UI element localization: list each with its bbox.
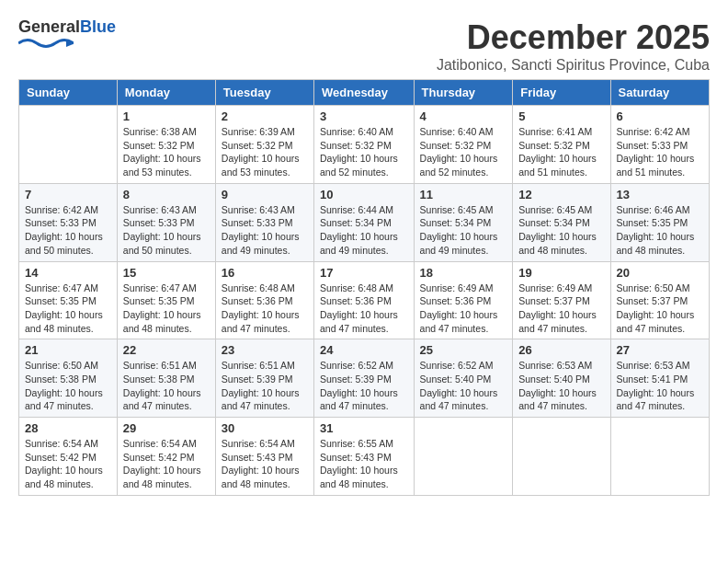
day-number: 23 xyxy=(222,343,308,357)
day-number: 18 xyxy=(420,266,507,280)
calendar-week-row: 14Sunrise: 6:47 AM Sunset: 5:35 PM Dayli… xyxy=(19,261,710,339)
day-number: 12 xyxy=(518,188,604,201)
day-number: 8 xyxy=(123,188,210,201)
day-info: Sunrise: 6:49 AM Sunset: 5:37 PM Dayligh… xyxy=(518,282,604,336)
calendar-cell: 6Sunrise: 6:42 AM Sunset: 5:33 PM Daylig… xyxy=(610,106,709,184)
logo-general: General xyxy=(18,17,80,36)
day-info: Sunrise: 6:46 AM Sunset: 5:35 PM Dayligh… xyxy=(617,203,703,258)
calendar-week-row: 21Sunrise: 6:50 AM Sunset: 5:38 PM Dayli… xyxy=(19,339,710,418)
day-info: Sunrise: 6:51 AM Sunset: 5:38 PM Dayligh… xyxy=(123,359,210,413)
calendar-cell: 27Sunrise: 6:53 AM Sunset: 5:41 PM Dayli… xyxy=(610,339,709,418)
day-number: 27 xyxy=(617,343,703,357)
calendar-cell: 1Sunrise: 6:38 AM Sunset: 5:32 PM Daylig… xyxy=(117,106,215,184)
calendar-cell: 11Sunrise: 6:45 AM Sunset: 5:34 PM Dayli… xyxy=(414,183,513,261)
calendar-week-row: 28Sunrise: 6:54 AM Sunset: 5:42 PM Dayli… xyxy=(19,418,710,496)
day-info: Sunrise: 6:51 AM Sunset: 5:39 PM Dayligh… xyxy=(222,359,308,413)
logo-wave-icon xyxy=(18,37,74,50)
weekday-header: Monday xyxy=(117,80,215,106)
day-info: Sunrise: 6:42 AM Sunset: 5:33 PM Dayligh… xyxy=(25,203,111,258)
calendar-cell: 18Sunrise: 6:49 AM Sunset: 5:36 PM Dayli… xyxy=(414,261,513,339)
day-number: 16 xyxy=(222,266,308,280)
calendar-table: SundayMondayTuesdayWednesdayThursdayFrid… xyxy=(18,79,710,496)
day-number: 29 xyxy=(123,421,210,435)
day-info: Sunrise: 6:54 AM Sunset: 5:42 PM Dayligh… xyxy=(25,437,111,491)
calendar-cell: 29Sunrise: 6:54 AM Sunset: 5:42 PM Dayli… xyxy=(117,418,215,496)
day-number: 2 xyxy=(222,109,308,123)
calendar-cell: 7Sunrise: 6:42 AM Sunset: 5:33 PM Daylig… xyxy=(19,183,118,261)
calendar-cell: 21Sunrise: 6:50 AM Sunset: 5:38 PM Dayli… xyxy=(19,339,118,418)
day-info: Sunrise: 6:47 AM Sunset: 5:35 PM Dayligh… xyxy=(123,282,210,336)
calendar-cell: 10Sunrise: 6:44 AM Sunset: 5:34 PM Dayli… xyxy=(314,183,415,261)
calendar-cell: 25Sunrise: 6:52 AM Sunset: 5:40 PM Dayli… xyxy=(414,339,513,418)
weekday-header: Saturday xyxy=(610,80,709,106)
calendar-cell: 8Sunrise: 6:43 AM Sunset: 5:33 PM Daylig… xyxy=(117,183,215,261)
calendar-cell: 28Sunrise: 6:54 AM Sunset: 5:42 PM Dayli… xyxy=(19,418,118,496)
day-number: 14 xyxy=(25,266,111,280)
day-info: Sunrise: 6:54 AM Sunset: 5:42 PM Dayligh… xyxy=(123,437,210,491)
day-info: Sunrise: 6:54 AM Sunset: 5:43 PM Dayligh… xyxy=(222,437,308,491)
calendar-cell xyxy=(513,418,610,496)
calendar-cell xyxy=(19,106,118,184)
day-info: Sunrise: 6:53 AM Sunset: 5:41 PM Dayligh… xyxy=(617,359,703,413)
calendar-cell: 23Sunrise: 6:51 AM Sunset: 5:39 PM Dayli… xyxy=(215,339,313,418)
calendar-cell xyxy=(610,418,709,496)
weekday-header: Tuesday xyxy=(215,80,313,106)
day-number: 19 xyxy=(518,266,604,280)
day-number: 1 xyxy=(123,109,210,123)
calendar-cell: 9Sunrise: 6:43 AM Sunset: 5:33 PM Daylig… xyxy=(215,183,313,261)
calendar-cell: 2Sunrise: 6:39 AM Sunset: 5:32 PM Daylig… xyxy=(215,106,313,184)
day-number: 4 xyxy=(420,109,507,123)
day-info: Sunrise: 6:50 AM Sunset: 5:38 PM Dayligh… xyxy=(25,359,111,413)
day-info: Sunrise: 6:39 AM Sunset: 5:32 PM Dayligh… xyxy=(222,125,308,179)
calendar-cell: 17Sunrise: 6:48 AM Sunset: 5:36 PM Dayli… xyxy=(314,261,415,339)
day-info: Sunrise: 6:52 AM Sunset: 5:40 PM Dayligh… xyxy=(420,359,507,413)
day-info: Sunrise: 6:48 AM Sunset: 5:36 PM Dayligh… xyxy=(320,282,408,336)
calendar-week-row: 7Sunrise: 6:42 AM Sunset: 5:33 PM Daylig… xyxy=(19,183,710,261)
weekday-header: Wednesday xyxy=(314,80,415,106)
day-number: 26 xyxy=(518,343,604,357)
calendar-header-row: SundayMondayTuesdayWednesdayThursdayFrid… xyxy=(19,80,710,106)
title-area: December 2025 Jatibonico, Sancti Spiritu… xyxy=(437,18,710,74)
calendar-cell: 24Sunrise: 6:52 AM Sunset: 5:39 PM Dayli… xyxy=(314,339,415,418)
day-number: 24 xyxy=(320,343,408,357)
day-number: 7 xyxy=(25,188,111,201)
logo: GeneralBlue xyxy=(18,18,116,53)
calendar-cell: 30Sunrise: 6:54 AM Sunset: 5:43 PM Dayli… xyxy=(215,418,313,496)
weekday-header: Friday xyxy=(513,80,610,106)
page-header: GeneralBlue December 2025 Jatibonico, Sa… xyxy=(18,18,710,74)
day-info: Sunrise: 6:40 AM Sunset: 5:32 PM Dayligh… xyxy=(420,125,507,179)
day-number: 10 xyxy=(320,188,408,201)
day-number: 28 xyxy=(25,421,111,435)
calendar-cell: 20Sunrise: 6:50 AM Sunset: 5:37 PM Dayli… xyxy=(610,261,709,339)
day-info: Sunrise: 6:41 AM Sunset: 5:32 PM Dayligh… xyxy=(518,125,604,179)
calendar-week-row: 1Sunrise: 6:38 AM Sunset: 5:32 PM Daylig… xyxy=(19,106,710,184)
weekday-header: Thursday xyxy=(414,80,513,106)
day-number: 3 xyxy=(320,109,408,123)
weekday-header: Sunday xyxy=(19,80,118,106)
day-info: Sunrise: 6:52 AM Sunset: 5:39 PM Dayligh… xyxy=(320,359,408,413)
day-info: Sunrise: 6:53 AM Sunset: 5:40 PM Dayligh… xyxy=(518,359,604,413)
day-number: 31 xyxy=(320,421,408,435)
calendar-cell: 4Sunrise: 6:40 AM Sunset: 5:32 PM Daylig… xyxy=(414,106,513,184)
calendar-cell xyxy=(414,418,513,496)
calendar-cell: 5Sunrise: 6:41 AM Sunset: 5:32 PM Daylig… xyxy=(513,106,610,184)
calendar-cell: 3Sunrise: 6:40 AM Sunset: 5:32 PM Daylig… xyxy=(314,106,415,184)
day-info: Sunrise: 6:44 AM Sunset: 5:34 PM Dayligh… xyxy=(320,203,408,258)
day-info: Sunrise: 6:47 AM Sunset: 5:35 PM Dayligh… xyxy=(25,282,111,336)
day-number: 22 xyxy=(123,343,210,357)
day-number: 6 xyxy=(617,109,703,123)
day-info: Sunrise: 6:43 AM Sunset: 5:33 PM Dayligh… xyxy=(123,203,210,258)
day-number: 30 xyxy=(222,421,308,435)
location-title: Jatibonico, Sancti Spiritus Province, Cu… xyxy=(437,57,710,74)
calendar-cell: 15Sunrise: 6:47 AM Sunset: 5:35 PM Dayli… xyxy=(117,261,215,339)
logo-blue: Blue xyxy=(80,17,116,36)
day-info: Sunrise: 6:43 AM Sunset: 5:33 PM Dayligh… xyxy=(222,203,308,258)
calendar-cell: 14Sunrise: 6:47 AM Sunset: 5:35 PM Dayli… xyxy=(19,261,118,339)
day-number: 5 xyxy=(518,109,604,123)
day-number: 15 xyxy=(123,266,210,280)
month-title: December 2025 xyxy=(437,18,710,57)
day-info: Sunrise: 6:42 AM Sunset: 5:33 PM Dayligh… xyxy=(617,125,703,179)
day-number: 21 xyxy=(25,343,111,357)
calendar-cell: 12Sunrise: 6:45 AM Sunset: 5:34 PM Dayli… xyxy=(513,183,610,261)
day-info: Sunrise: 6:48 AM Sunset: 5:36 PM Dayligh… xyxy=(222,282,308,336)
